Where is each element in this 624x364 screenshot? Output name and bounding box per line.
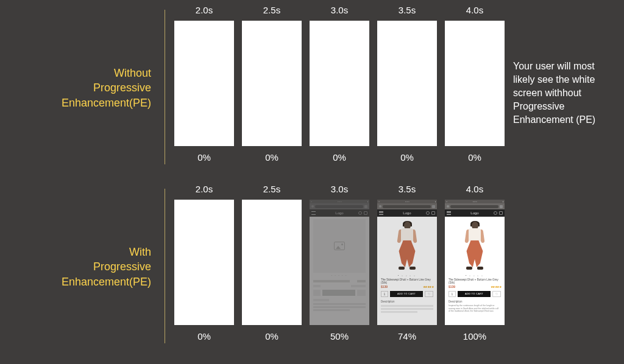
- star-rating: ★★★★★: [423, 285, 434, 289]
- frame-with-3: 3.5s •••9:41 AM▮ Logo • ○ ○ ○ ○: [377, 184, 437, 343]
- price: $139: [448, 285, 455, 289]
- product-image: [448, 219, 501, 273]
- label-without-line1: Without: [114, 67, 151, 79]
- logo-bar: Logo: [445, 209, 505, 217]
- timing: 2.0s: [196, 184, 213, 196]
- timing: 3.5s: [399, 5, 416, 17]
- blank-screen: [310, 21, 369, 146]
- product-title: The Sideswept Dhoti + Bottom Line Grey (…: [381, 279, 433, 284]
- skeleton-screen-50: •••9:41 AM▮ Logo • • • • •: [310, 200, 369, 325]
- frame-with-0: 2.0s 0%: [174, 184, 234, 343]
- product-title: The Sideswept Dhoti + Bottom Line Grey (…: [448, 279, 501, 284]
- wishlist-button: ♡: [492, 291, 501, 297]
- divider-top: [165, 10, 165, 164]
- search-icon: [358, 211, 362, 215]
- frame-with-2: 3.0s •••9:41 AM▮ Logo • • • • •: [310, 184, 369, 343]
- percent: 74%: [398, 331, 416, 343]
- blank-screen: [242, 21, 302, 146]
- product-image-placeholder: [313, 219, 366, 273]
- search-icon: [426, 211, 430, 215]
- price-bar: $139★★★★★: [381, 285, 433, 289]
- blank-screen: [377, 21, 437, 146]
- product-content: • ○ ○ ○ ○ The Sideswept Dhoti + Bottom L…: [377, 217, 437, 313]
- image-placeholder-icon: [334, 242, 345, 250]
- percent: 0%: [265, 331, 278, 343]
- model-figure: [448, 219, 501, 273]
- logo-text: Logo: [403, 211, 411, 215]
- logo-bar: Logo: [377, 209, 437, 217]
- price-bar: $139★★★★★: [448, 285, 501, 289]
- frame-without-4: 4.0s 0%: [445, 5, 505, 164]
- quantity-stepper: 1: [381, 291, 388, 297]
- wishlist-skeleton: [357, 290, 366, 296]
- timing: 3.5s: [399, 184, 416, 196]
- product-title-skeleton: [313, 279, 366, 284]
- percent: 0%: [468, 152, 481, 164]
- label-without-line2: Progressive: [93, 82, 151, 94]
- frame-without-3: 3.5s 0%: [377, 5, 437, 164]
- url-bar: [310, 203, 369, 209]
- label-with-line3: Enhancement(PE): [62, 276, 151, 288]
- timing: 4.0s: [466, 5, 483, 17]
- percent: 0%: [333, 152, 346, 164]
- price-bar-skeleton: [313, 285, 366, 287]
- product-content: • • • • •: [310, 217, 369, 311]
- desc-heading-skeleton: [313, 299, 329, 301]
- wishlist-button: ♡: [425, 291, 433, 297]
- carousel-dots: • ○ ○ ○ ○: [448, 275, 501, 277]
- percent: 0%: [197, 331, 211, 343]
- add-to-cart-skeleton: [322, 290, 355, 296]
- label-with-line1: With: [129, 246, 151, 258]
- desc-body: Inspired by the continuous length of the…: [448, 304, 501, 313]
- url-box: [450, 205, 498, 208]
- add-to-cart-button: ADD TO CART: [458, 291, 491, 297]
- carousel-dots: • ○ ○ ○ ○: [381, 275, 433, 277]
- url-box: [383, 205, 431, 208]
- hamburger-icon: [311, 211, 316, 215]
- timing: 3.0s: [331, 184, 348, 196]
- label-with-line2: Progressive: [93, 261, 151, 273]
- logo-text: Logo: [335, 211, 343, 215]
- url-box: [315, 205, 363, 208]
- frame-with-1: 2.5s 0%: [242, 184, 302, 343]
- blank-screen: [174, 200, 234, 325]
- hamburger-icon: [379, 211, 383, 215]
- blank-screen: [174, 21, 234, 146]
- logo-bar: Logo: [310, 209, 369, 217]
- action-row: 1 ADD TO CART ♡: [448, 291, 501, 297]
- blank-screen: [445, 21, 505, 146]
- percent: 50%: [330, 331, 349, 343]
- search-icon: [494, 211, 497, 215]
- timing: 3.0s: [331, 5, 348, 17]
- price: $139: [381, 285, 388, 289]
- label-without-pe: Without Progressive Enhancement(PE): [0, 66, 157, 110]
- timing: 4.0s: [466, 184, 483, 196]
- cart-icon: [499, 211, 503, 215]
- timing: 2.5s: [263, 184, 280, 196]
- cart-icon: [431, 211, 435, 215]
- desc-lines-skeleton: [381, 305, 433, 313]
- label-with-pe: With Progressive Enhancement(PE): [0, 245, 157, 289]
- timing: 2.0s: [196, 5, 213, 17]
- blank-screen: [242, 200, 302, 325]
- cart-icon: [364, 211, 367, 215]
- url-bar: [445, 203, 505, 209]
- url-bar: [377, 203, 437, 209]
- hamburger-icon: [447, 211, 451, 215]
- frame-with-4: 4.0s •••9:41 AM▮ Logo • ○ ○ ○ ○: [445, 184, 505, 343]
- desc-heading: Description: [448, 300, 501, 303]
- model-figure: [381, 219, 433, 273]
- star-rating: ★★★★★: [491, 285, 502, 289]
- full-screen-100: •••9:41 AM▮ Logo • ○ ○ ○ ○ The Sideswept…: [445, 200, 505, 325]
- carousel-dots: • • • • •: [313, 275, 366, 277]
- percent: 0%: [265, 152, 278, 164]
- product-content: • ○ ○ ○ ○ The Sideswept Dhoti + Bottom L…: [445, 217, 505, 313]
- product-image: [381, 219, 433, 273]
- quantity-skeleton: [313, 290, 321, 296]
- quantity-stepper: 1: [448, 291, 456, 297]
- label-without-line3: Enhancement(PE): [62, 97, 151, 109]
- partial-screen-74: •••9:41 AM▮ Logo • ○ ○ ○ ○ The Sideswept…: [377, 200, 437, 325]
- divider-bottom: [165, 189, 165, 343]
- percent: 0%: [197, 152, 211, 164]
- desc-heading: Description: [381, 300, 433, 303]
